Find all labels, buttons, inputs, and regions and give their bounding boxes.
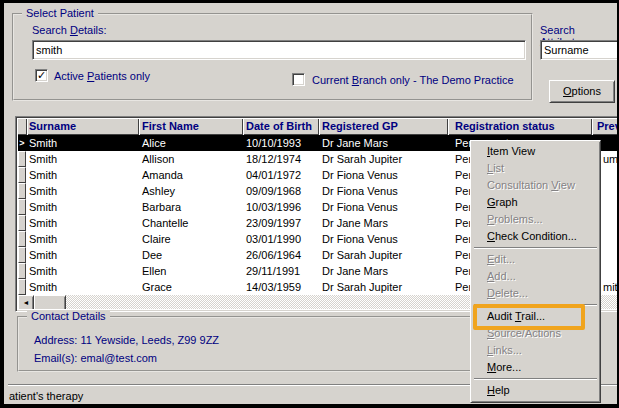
table-cell-dob: 03/01/1990 — [246, 233, 301, 245]
patient-search-window: Select Patient Search Details: ✓ Active … — [4, 3, 617, 404]
status-bar-text: atient's therapy — [9, 390, 83, 402]
table-cell-surname: Smith — [29, 249, 57, 261]
table-cell-dob: 26/06/1964 — [246, 249, 301, 261]
menu-divider — [474, 304, 597, 306]
column-divider — [138, 119, 139, 135]
table-cell-first_name: Alice — [142, 137, 166, 149]
table-cell-dob: 10/03/1996 — [246, 201, 301, 213]
table-cell-first_name: Ellen — [142, 265, 166, 277]
select-patient-group-title: Select Patient — [22, 7, 98, 19]
table-cell-dob: 04/01/1972 — [246, 169, 301, 181]
table-cell-gp: Dr Fiona Venus — [322, 201, 398, 213]
table-cell-surname: Smith — [29, 233, 57, 245]
menu-divider — [474, 378, 597, 380]
search-details-label: Search Details: — [32, 24, 107, 36]
scrollbar-thumb[interactable] — [34, 295, 66, 309]
table-cell-dob: 18/12/1974 — [246, 153, 301, 165]
table-cell-surname: Smith — [29, 169, 57, 181]
column-divider — [447, 119, 448, 135]
table-cell-gp: Dr Jane Mars — [322, 137, 388, 149]
patient-list-header: SurnameFirst NameDate of BirthRegistered… — [18, 119, 617, 135]
table-cell-first_name: Grace — [142, 281, 172, 293]
table-cell-first_name: Barbara — [142, 201, 181, 213]
menu-item-delete: Delete... — [472, 285, 599, 302]
table-cell-surname: Smith — [29, 281, 57, 293]
column-divider — [26, 119, 27, 135]
table-cell-surname: Smith — [29, 185, 57, 197]
scroll-left-icon: ◄ — [23, 299, 30, 306]
column-header-dob[interactable]: Date of Birth — [246, 120, 312, 132]
table-cell-surname: Smith — [29, 217, 57, 229]
search-attribute-select[interactable]: Surname — [540, 40, 617, 60]
table-cell-first_name: Chantelle — [142, 217, 188, 229]
table-cell-first_name: Ashley — [142, 185, 175, 197]
column-header-first_name[interactable]: First Name — [142, 120, 199, 132]
row-selector — [18, 231, 26, 247]
menu-item-links: Links... — [472, 342, 599, 359]
table-cell-prev: mith — [603, 281, 617, 293]
table-cell-gp: Dr Fiona Venus — [322, 185, 398, 197]
contact-details-group-title: Contact Details — [27, 310, 110, 322]
table-cell-prev: umm — [603, 153, 617, 165]
table-cell-gp: Dr Jane Mars — [322, 217, 388, 229]
menu-item-list: List — [472, 160, 599, 177]
contact-address: Address: 11 Yewside, Leeds, Z99 9ZZ — [34, 334, 219, 346]
column-header-prev[interactable]: Prev — [597, 120, 617, 132]
table-cell-surname: Smith — [29, 201, 57, 213]
table-cell-gp: Dr Sarah Jupiter — [322, 281, 402, 293]
options-button[interactable]: Options — [549, 80, 615, 103]
check-icon: ✓ — [37, 69, 46, 81]
menu-item-help[interactable]: Help — [472, 382, 599, 399]
table-cell-surname: Smith — [29, 265, 57, 277]
table-cell-first_name: Dee — [142, 249, 162, 261]
contact-email: Email(s): emal@test.com — [34, 352, 157, 364]
row-selector — [18, 279, 26, 295]
table-cell-gp: Dr Fiona Venus — [322, 169, 398, 181]
table-cell-surname: Smith — [29, 137, 57, 149]
row-selector — [18, 247, 26, 263]
table-cell-dob: 23/09/1997 — [246, 217, 301, 229]
table-cell-gp: Dr Sarah Jupiter — [322, 249, 402, 261]
table-cell-dob: 10/10/1993 — [246, 137, 301, 149]
row-selector — [18, 199, 26, 215]
menu-item-audit-trail[interactable]: Audit Trail... — [472, 308, 599, 325]
table-cell-dob: 09/09/1968 — [246, 185, 301, 197]
column-divider — [242, 119, 243, 135]
context-menu: Item ViewListConsultation ViewGraphProbl… — [470, 140, 601, 403]
table-cell-dob: 29/11/1991 — [246, 265, 300, 277]
menu-item-add: Add... — [472, 268, 599, 285]
table-cell-dob: 14/03/1959 — [246, 281, 301, 293]
row-selector — [18, 167, 26, 183]
table-cell-first_name: Claire — [142, 233, 171, 245]
table-cell-gp: Dr Fiona Venus — [322, 233, 398, 245]
table-cell-first_name: Amanda — [142, 169, 183, 181]
menu-item-source-actions: Source/Actions — [472, 325, 599, 342]
current-branch-label: Current Branch only - The Demo Practice — [312, 74, 514, 86]
menu-item-check-condition[interactable]: Check Condition... — [472, 228, 599, 245]
column-divider — [318, 119, 319, 135]
menu-item-more[interactable]: More... — [472, 359, 599, 376]
menu-item-item-view[interactable]: Item View — [472, 143, 599, 160]
current-branch-checkbox[interactable] — [292, 73, 305, 86]
search-details-input[interactable] — [32, 40, 526, 60]
table-cell-gp: Dr Jane Mars — [322, 265, 388, 277]
table-cell-first_name: Allison — [142, 153, 174, 165]
column-divider — [591, 119, 592, 135]
row-selector — [18, 263, 26, 279]
row-selector: > — [18, 135, 26, 151]
column-header-status[interactable]: Registration status — [455, 120, 555, 132]
scroll-left-button[interactable]: ◄ — [18, 295, 34, 309]
menu-item-graph[interactable]: Graph — [472, 194, 599, 211]
menu-item-edit: Edit... — [472, 251, 599, 268]
table-cell-surname: Smith — [29, 153, 57, 165]
row-selector — [18, 215, 26, 231]
row-selector — [18, 183, 26, 199]
active-patients-checkbox[interactable]: ✓ — [35, 69, 48, 82]
active-patients-label: Active Patients only — [54, 70, 150, 82]
column-header-surname[interactable]: Surname — [29, 120, 76, 132]
menu-divider — [474, 247, 597, 249]
table-cell-gp: Dr Sarah Jupiter — [322, 153, 402, 165]
menu-item-problems: Problems... — [472, 211, 599, 228]
menu-item-consultation-view: Consultation View — [472, 177, 599, 194]
column-header-gp[interactable]: Registered GP — [322, 120, 398, 132]
